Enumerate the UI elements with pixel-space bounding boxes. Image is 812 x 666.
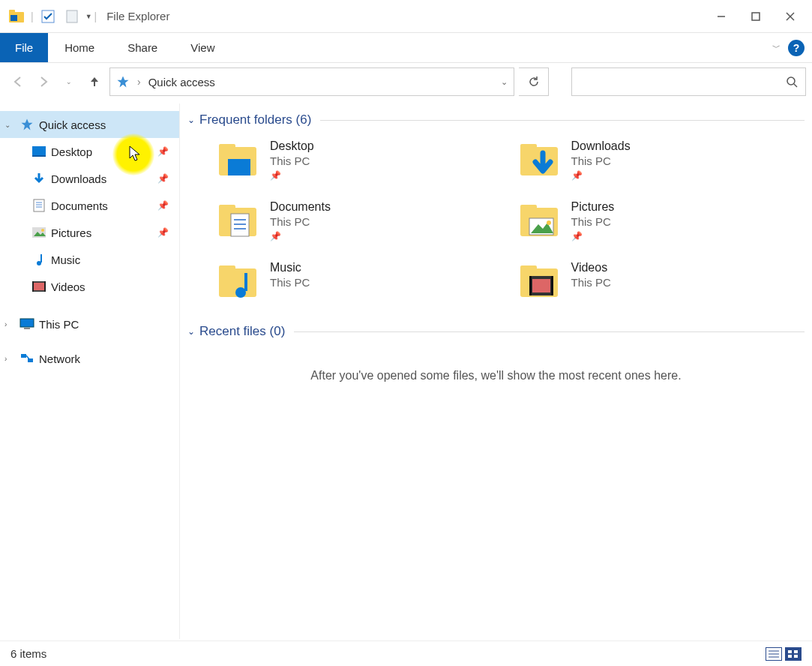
svg-rect-4 xyxy=(67,10,77,22)
address-dropdown-icon[interactable]: ⌄ xyxy=(501,77,508,87)
chevron-down-icon: ⌄ xyxy=(187,326,195,337)
svg-marker-12 xyxy=(22,119,33,130)
up-button[interactable] xyxy=(84,71,105,92)
folder-name: Pictures xyxy=(571,200,615,214)
pin-icon: 📌 xyxy=(270,231,281,242)
sidebar-item-label: Downloads xyxy=(51,172,106,185)
pin-icon: 📌 xyxy=(270,170,281,181)
svg-rect-34 xyxy=(228,159,250,176)
folder-location: This PC xyxy=(270,276,310,289)
svg-marker-9 xyxy=(118,76,129,88)
frequent-folders-header[interactable]: ⌄ Frequent folders (6) xyxy=(187,112,805,128)
network-icon xyxy=(19,351,34,366)
svg-rect-28 xyxy=(24,328,30,329)
chevron-right-icon[interactable]: › xyxy=(4,355,15,363)
pin-icon: 📌 xyxy=(571,170,583,181)
breadcrumb-current[interactable]: Quick access xyxy=(148,76,215,88)
svg-line-11 xyxy=(794,84,797,87)
svg-rect-38 xyxy=(219,205,235,212)
svg-point-21 xyxy=(41,229,44,232)
tab-share[interactable]: Share xyxy=(111,33,174,62)
help-icon[interactable]: ? xyxy=(788,40,805,56)
section-title: Recent files (0) xyxy=(199,324,285,339)
svg-rect-60 xyxy=(788,650,792,653)
folder-location: This PC xyxy=(270,154,314,167)
close-button[interactable] xyxy=(773,4,808,28)
folder-location: This PC xyxy=(571,154,631,167)
svg-rect-54 xyxy=(532,279,550,292)
folder-location: This PC xyxy=(571,215,615,228)
tab-view[interactable]: View xyxy=(174,33,231,62)
ribbon-collapse-icon[interactable]: ﹀ xyxy=(772,42,781,53)
new-folder-qat-icon[interactable] xyxy=(63,8,81,26)
folder-item-music[interactable]: Music This PC xyxy=(217,261,504,302)
videos-icon xyxy=(31,279,46,294)
svg-rect-52 xyxy=(520,266,537,273)
sidebar-item-desktop[interactable]: Desktop 📌 xyxy=(0,138,179,165)
folder-item-videos[interactable]: Videos This PC xyxy=(519,261,805,302)
sidebar-item-pictures[interactable]: Pictures 📌 xyxy=(0,219,179,246)
recent-files-header[interactable]: ⌄ Recent files (0) xyxy=(187,324,805,339)
maximize-button[interactable] xyxy=(739,4,773,28)
frequent-folders-grid: Desktop This PC 📌 Downloads This PC 📌 xyxy=(217,140,805,302)
explorer-app-icon xyxy=(7,8,25,26)
pin-icon: 📌 xyxy=(157,173,169,184)
pin-icon: 📌 xyxy=(157,227,169,238)
sidebar-network[interactable]: › Network xyxy=(0,345,179,372)
svg-rect-36 xyxy=(520,144,537,152)
title-bar: | ▼ | File Explorer xyxy=(0,0,812,33)
quick-access-star-icon xyxy=(19,117,34,132)
chevron-down-icon[interactable]: ⌄ xyxy=(4,121,15,129)
folder-location: This PC xyxy=(571,276,611,289)
back-button[interactable] xyxy=(7,71,28,92)
svg-rect-25 xyxy=(32,281,34,292)
window-controls xyxy=(704,4,808,28)
thumbnails-view-toggle-icon[interactable] xyxy=(785,647,802,661)
this-pc-icon xyxy=(19,316,34,332)
svg-rect-29 xyxy=(21,354,26,358)
status-bar: 6 items xyxy=(0,640,812,666)
chevron-right-icon[interactable]: › xyxy=(4,320,15,328)
refresh-button[interactable] xyxy=(519,68,549,96)
forward-button[interactable] xyxy=(33,71,54,92)
folder-pictures-icon xyxy=(519,200,559,241)
folder-music-icon xyxy=(217,261,258,302)
sidebar-item-music[interactable]: Music xyxy=(0,246,179,273)
svg-rect-2 xyxy=(10,15,17,21)
svg-rect-44 xyxy=(520,205,537,212)
svg-point-22 xyxy=(37,261,41,266)
sidebar-quick-access[interactable]: ⌄ Quick access xyxy=(0,111,179,138)
details-view-toggle-icon[interactable] xyxy=(766,647,782,661)
folder-location: This PC xyxy=(270,215,331,228)
sidebar-item-videos[interactable]: Videos xyxy=(0,273,179,300)
sidebar-item-label: Documents xyxy=(51,200,108,212)
qat-customize-dropdown-icon[interactable]: ▼ xyxy=(85,13,92,20)
file-menu[interactable]: File xyxy=(0,33,48,62)
svg-rect-56 xyxy=(551,276,553,296)
folder-item-documents[interactable]: Documents This PC 📌 xyxy=(217,200,504,242)
music-icon xyxy=(31,252,46,267)
navigation-pane: ⌄ Quick access Desktop 📌 Downloads 📌 Doc… xyxy=(0,104,180,639)
folder-name: Music xyxy=(270,261,310,274)
svg-rect-55 xyxy=(529,276,532,296)
properties-qat-icon[interactable] xyxy=(39,8,57,26)
window-title: File Explorer xyxy=(106,10,169,22)
address-bar[interactable]: › Quick access ⌄ xyxy=(109,68,514,96)
svg-rect-49 xyxy=(219,266,235,273)
recent-locations-dropdown-icon[interactable]: ⌄ xyxy=(58,71,79,92)
folder-item-desktop[interactable]: Desktop This PC 📌 xyxy=(217,140,504,181)
minimize-button[interactable] xyxy=(704,4,739,28)
folder-item-downloads[interactable]: Downloads This PC 📌 xyxy=(519,140,805,181)
search-box[interactable] xyxy=(571,68,806,96)
folder-item-pictures[interactable]: Pictures This PC 📌 xyxy=(519,200,805,242)
pin-icon: 📌 xyxy=(157,200,169,211)
sidebar-this-pc[interactable]: › This PC xyxy=(0,310,179,338)
folder-name: Downloads xyxy=(571,140,631,153)
pin-icon: 📌 xyxy=(157,146,169,157)
sidebar-item-documents[interactable]: Documents 📌 xyxy=(0,192,179,219)
tab-home[interactable]: Home xyxy=(48,33,111,62)
recent-files-empty-message: After you've opened some files, we'll sh… xyxy=(187,369,805,382)
sidebar-item-downloads[interactable]: Downloads 📌 xyxy=(0,165,179,192)
section-title: Frequent folders (6) xyxy=(199,112,311,128)
folder-name: Desktop xyxy=(270,140,314,153)
